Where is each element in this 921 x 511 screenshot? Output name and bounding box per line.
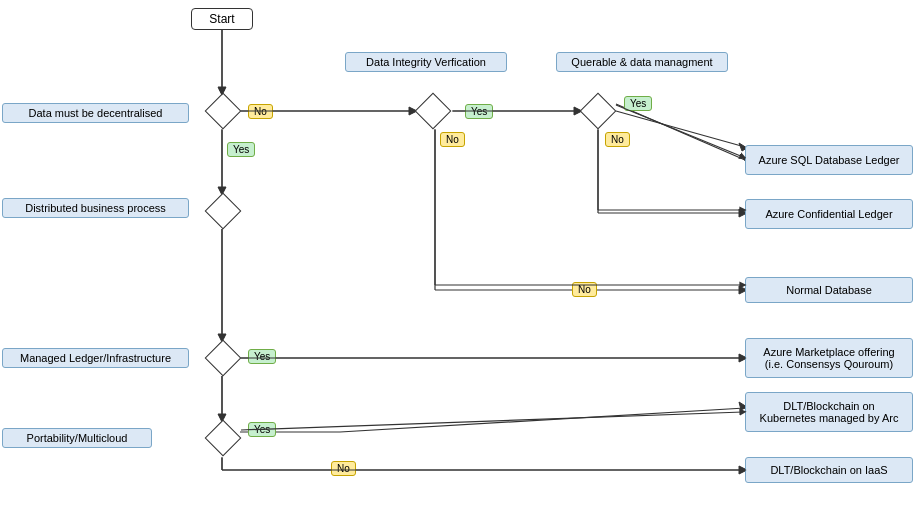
svg-line-12 (616, 111, 745, 147)
badge-d1-no: No (248, 104, 273, 119)
header-integrity: Data Integrity Verfication (345, 52, 507, 72)
flowchart-diagram: Start Data must be decentralised Distrib… (0, 0, 921, 511)
badge-int-no: No (440, 132, 465, 147)
diamond-querable (580, 93, 616, 129)
badge-q-no: No (605, 132, 630, 147)
svg-line-42 (241, 412, 743, 430)
badge-d3-yes: Yes (248, 349, 276, 364)
badge-no-normaldb: No (572, 282, 597, 297)
label-distributed: Distributed business process (2, 198, 189, 218)
result-marketplace: Azure Marketplace offering (i.e. Consens… (745, 338, 913, 378)
result-normal-db: Normal Database (745, 277, 913, 303)
svg-line-36 (616, 105, 743, 157)
label-managed: Managed Ledger/Infrastructure (2, 348, 189, 368)
svg-line-17 (616, 104, 745, 160)
label-portability: Portability/Multicloud (2, 428, 152, 448)
badge-int-yes: Yes (465, 104, 493, 119)
label-decentralised: Data must be decentralised (2, 103, 189, 123)
badge-d4-no: No (331, 461, 356, 476)
diamond-portability (205, 420, 241, 456)
badge-d1-yes: Yes (227, 142, 255, 157)
result-dlt-iaas: DLT/Blockchain on IaaS (745, 457, 913, 483)
result-dlt-kubernetes: DLT/Blockchain on Kubernetes managed by … (745, 392, 913, 432)
diamond-integrity (415, 93, 451, 129)
svg-line-25 (340, 408, 745, 432)
result-azure-sql: Azure SQL Database Ledger (745, 145, 913, 175)
diamond-2 (205, 193, 241, 229)
badge-d4-yes: Yes (248, 422, 276, 437)
result-azure-confidential: Azure Confidential Ledger (745, 199, 913, 229)
header-querable: Querable & data managment (556, 52, 728, 72)
diamond-managed (205, 340, 241, 376)
diamond-1 (205, 93, 241, 129)
badge-q-yes: Yes (624, 96, 652, 111)
start-node: Start (191, 8, 253, 30)
